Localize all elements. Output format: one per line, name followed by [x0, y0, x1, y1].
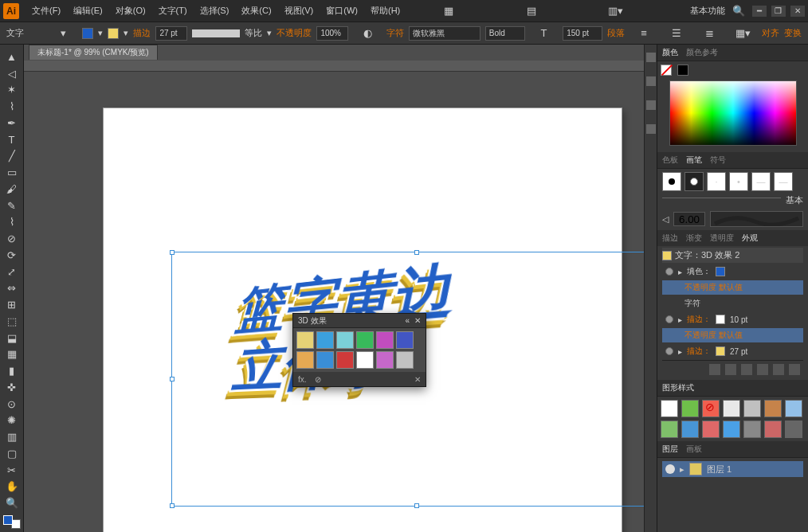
brush-tool[interactable]: 🖌 — [3, 182, 21, 197]
layer-visibility-icon[interactable] — [665, 464, 675, 474]
blob-brush-tool[interactable]: ⌇ — [3, 215, 21, 230]
width-tool[interactable]: ⇔ — [3, 281, 21, 296]
dock-icon-2[interactable] — [646, 76, 656, 86]
shape-builder-tool[interactable]: ⬚ — [3, 314, 21, 329]
selection-tool[interactable]: ▲ — [3, 49, 21, 65]
document-area[interactable]: 未标题-1* @ 99% (CMYK/预览) 篮字黄边 立体字 3D 效果 « … — [24, 45, 644, 532]
close-button[interactable]: ✕ — [790, 6, 805, 17]
tab-color[interactable]: 颜色 — [662, 47, 678, 58]
panel-3d-close-icon[interactable]: ✕ — [414, 316, 421, 325]
ap-clear-icon[interactable] — [757, 364, 768, 375]
search-icon[interactable]: 🔍 — [730, 3, 747, 19]
free-transform-tool[interactable]: ⊞ — [3, 297, 21, 312]
tab-graphic-styles[interactable]: 图形样式 — [662, 382, 694, 393]
style-swatch-5[interactable] — [396, 331, 414, 349]
ap-stroke-swatch2[interactable] — [716, 346, 725, 356]
menu-window[interactable]: 窗口(W) — [320, 2, 364, 20]
panel-3d-fx-label[interactable]: fx. — [298, 375, 307, 384]
brush-preview[interactable] — [710, 211, 803, 227]
slice-tool[interactable]: ✂ — [3, 463, 21, 478]
lasso-tool[interactable]: ⌇ — [3, 99, 21, 114]
sel-handle-tm[interactable] — [414, 250, 419, 255]
style-swatch-1[interactable] — [316, 331, 334, 349]
layout-icon[interactable]: ▦ — [440, 3, 457, 19]
zoom-tool[interactable]: 🔍 — [3, 495, 21, 510]
brush-tip-2[interactable] — [684, 172, 704, 191]
gstyle-10[interactable] — [723, 421, 740, 438]
fill-swatch[interactable] — [82, 28, 93, 39]
opacity-label[interactable]: 不透明度 — [277, 27, 312, 39]
sel-handle-bm[interactable] — [414, 503, 419, 508]
dock-icon-1[interactable] — [646, 53, 656, 62]
gstyle-5[interactable] — [764, 400, 782, 417]
sel-handle-bl[interactable] — [170, 503, 175, 508]
menu-edit[interactable]: 编辑(E) — [67, 2, 109, 20]
gstyle-3[interactable] — [723, 400, 740, 417]
opacity-input[interactable] — [316, 26, 348, 41]
gradient-tool[interactable]: ▮ — [3, 363, 21, 378]
ap-stroke2-label[interactable]: 描边： — [687, 346, 711, 357]
panel-3d-link-icon[interactable]: ⊘ — [315, 375, 321, 384]
restore-button[interactable]: ❐ — [771, 6, 786, 17]
gstyle-4[interactable] — [743, 400, 761, 417]
stroke-weight-input[interactable] — [155, 26, 187, 41]
doc-icon[interactable]: ▤ — [523, 3, 540, 19]
align-left-icon[interactable]: ≡ — [635, 25, 653, 41]
tab-swatches[interactable]: 色板 — [662, 155, 678, 166]
tab-gradient[interactable]: 渐变 — [686, 233, 702, 244]
pen-tool[interactable]: ✒ — [3, 115, 21, 131]
ap-new-fill-icon[interactable] — [709, 364, 720, 375]
style-swatch-0[interactable] — [296, 331, 314, 349]
style-swatch-8[interactable] — [336, 351, 354, 369]
style-swatch-6[interactable] — [296, 351, 314, 369]
tab-artboards[interactable]: 画板 — [686, 444, 702, 455]
gstyle-11[interactable] — [743, 421, 761, 438]
panel-3d-header[interactable]: 3D 效果 « ✕ — [293, 314, 426, 328]
fill-stroke-swatches[interactable] — [3, 515, 21, 529]
blend-tool[interactable]: ⊙ — [3, 397, 21, 412]
vis-toggle-stroke1[interactable] — [665, 315, 673, 323]
stroke-profile[interactable] — [192, 29, 240, 37]
type-tool[interactable]: T — [3, 132, 21, 147]
sel-handle-tl[interactable] — [170, 250, 175, 255]
dock-icon-3[interactable] — [646, 100, 656, 110]
menu-type[interactable]: 文字(T) — [152, 2, 194, 20]
gstyle-1[interactable] — [681, 400, 699, 417]
tab-color-guide[interactable]: 颜色参考 — [686, 47, 718, 58]
eyedropper-tool[interactable]: ✜ — [3, 380, 21, 395]
arrange-icon[interactable]: ▥▾ — [606, 3, 624, 19]
brush-tip-4[interactable]: • — [729, 172, 748, 191]
rectangle-tool[interactable]: ▭ — [3, 165, 21, 180]
align-distribute-icon[interactable]: ▦▾ — [734, 25, 751, 41]
panel-3d-collapse-icon[interactable]: « — [405, 316, 410, 325]
vis-toggle-fill[interactable] — [665, 268, 673, 276]
ap-stroke-label[interactable]: 描边： — [687, 314, 711, 325]
style-swatch-2[interactable] — [336, 331, 354, 349]
sel-handle-lm[interactable] — [170, 377, 175, 381]
gstyle-6[interactable] — [785, 400, 802, 417]
gstyle-7[interactable] — [661, 421, 678, 438]
ap-fill-swatch[interactable] — [716, 267, 725, 276]
ap-new-stroke-icon[interactable] — [725, 364, 736, 375]
dock-icon-4[interactable] — [646, 124, 656, 134]
ap-stroke-swatch1[interactable] — [716, 315, 725, 324]
brush-tip-1[interactable] — [662, 172, 681, 191]
style-swatch-10[interactable] — [376, 351, 394, 369]
vis-toggle-stroke2[interactable] — [665, 347, 673, 355]
mesh-tool[interactable]: ▦ — [3, 347, 21, 362]
gstyle-13[interactable] — [785, 421, 802, 438]
document-tab[interactable]: 未标题-1* @ 99% (CMYK/预览) — [29, 45, 158, 60]
brush-tip-3[interactable]: · — [707, 172, 726, 191]
style-swatch-9[interactable] — [356, 351, 374, 369]
artboard-tool[interactable]: ▢ — [3, 446, 21, 461]
menu-file[interactable]: 文件(F) — [25, 2, 67, 20]
align-label[interactable]: 对齐 — [762, 27, 779, 39]
font-weight-input[interactable] — [485, 26, 525, 41]
para-label[interactable]: 段落 — [607, 27, 625, 39]
menu-select[interactable]: 选择(S) — [194, 2, 236, 20]
fill-icon[interactable]: ▾ — [55, 25, 73, 41]
char-label[interactable]: 字符 — [386, 27, 404, 39]
recolor-icon[interactable]: ◐ — [359, 25, 376, 41]
tab-appearance[interactable]: 外观 — [742, 233, 758, 244]
align-right-icon[interactable]: ≣ — [701, 25, 719, 41]
